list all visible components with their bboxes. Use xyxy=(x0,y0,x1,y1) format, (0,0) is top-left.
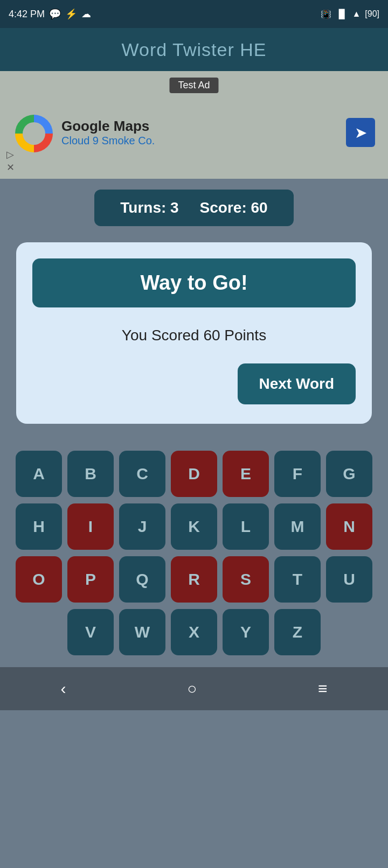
keyboard-row-1: HIJKLMN xyxy=(5,503,383,550)
score-label: Score: xyxy=(200,199,247,216)
google-logo xyxy=(15,115,53,152)
next-word-button[interactable]: Next Word xyxy=(238,363,356,404)
dialog-score-text: You Scored 60 Points xyxy=(32,327,356,344)
app-header: Word Twister HE xyxy=(0,28,388,71)
keyboard-row-2: OPQRSTU xyxy=(5,556,383,603)
key-w[interactable]: W xyxy=(119,609,165,655)
nav-bar: ‹ ○ ≡ xyxy=(0,667,388,710)
home-button[interactable]: ○ xyxy=(187,680,197,698)
key-i[interactable]: I xyxy=(67,503,114,550)
key-t[interactable]: T xyxy=(274,556,321,603)
ad-play-icon[interactable]: ▷ xyxy=(6,149,15,160)
score-value: 60 xyxy=(251,199,268,216)
key-r[interactable]: R xyxy=(171,556,217,603)
turns-label: Turns: xyxy=(120,199,166,216)
key-d[interactable]: D xyxy=(171,451,217,497)
key-o[interactable]: O xyxy=(16,556,62,603)
key-f[interactable]: F xyxy=(274,451,321,497)
ad-close-icon[interactable]: ✕ xyxy=(6,162,15,173)
score-bar: Turns: 3 Score: 60 xyxy=(0,179,388,237)
ad-left-controls: ▷ ✕ xyxy=(6,149,15,173)
key-a[interactable]: A xyxy=(16,451,62,497)
dialog-box: Way to Go! You Scored 60 Points Next Wor… xyxy=(16,242,372,424)
whatsapp-icon: 💬 xyxy=(49,8,61,20)
dialog-header: Way to Go! xyxy=(32,258,356,307)
ad-label: Test Ad xyxy=(169,78,218,93)
key-y[interactable]: Y xyxy=(223,609,269,655)
keyboard-area: ABCDEFGHIJKLMNOPQRSTUVWXYZ xyxy=(0,440,388,667)
ad-brand: Google Maps xyxy=(61,118,346,135)
dialog-footer: Next Word xyxy=(32,363,356,404)
key-g[interactable]: G xyxy=(326,451,372,497)
turns-value: 3 xyxy=(170,199,179,216)
status-left: 4:42 PM 💬 ⚡ ☁ xyxy=(9,8,91,20)
signal-icon: ▐▌ xyxy=(336,9,348,19)
key-b[interactable]: B xyxy=(67,451,114,497)
key-e[interactable]: E xyxy=(223,451,269,497)
ad-banner: Test Ad Google Maps Cloud 9 Smoke Co. ➤ … xyxy=(0,71,388,179)
key-j[interactable]: J xyxy=(119,503,165,550)
way-to-go-text: Way to Go! xyxy=(140,271,247,294)
battery-display: [90] xyxy=(365,9,379,19)
score-pill: Turns: 3 Score: 60 xyxy=(94,190,293,226)
status-bar: 4:42 PM 💬 ⚡ ☁ 📳 ▐▌ ▲ [90] xyxy=(0,0,388,28)
keyboard-row-0: ABCDEFG xyxy=(5,451,383,497)
key-n[interactable]: N xyxy=(326,503,372,550)
key-s[interactable]: S xyxy=(223,556,269,603)
key-m[interactable]: M xyxy=(274,503,321,550)
key-p[interactable]: P xyxy=(67,556,114,603)
key-q[interactable]: Q xyxy=(119,556,165,603)
key-k[interactable]: K xyxy=(171,503,217,550)
usb-icon: ⚡ xyxy=(65,8,77,20)
time-display: 4:42 PM xyxy=(9,9,45,20)
key-h[interactable]: H xyxy=(16,503,62,550)
key-z[interactable]: Z xyxy=(274,609,321,655)
back-button[interactable]: ‹ xyxy=(60,680,66,698)
key-x[interactable]: X xyxy=(171,609,217,655)
status-right: 📳 ▐▌ ▲ [90] xyxy=(321,9,379,19)
key-u[interactable]: U xyxy=(326,556,372,603)
keyboard-row-3: VWXYZ xyxy=(5,609,383,655)
wifi-icon: ▲ xyxy=(352,9,361,19)
vibrate-icon: 📳 xyxy=(321,9,331,19)
cloud-icon: ☁ xyxy=(81,8,91,20)
key-l[interactable]: L xyxy=(223,503,269,550)
ad-text: Google Maps Cloud 9 Smoke Co. xyxy=(61,118,346,147)
app-title: Word Twister HE xyxy=(122,39,267,60)
key-c[interactable]: C xyxy=(119,451,165,497)
menu-button[interactable]: ≡ xyxy=(318,680,328,698)
ad-subtitle: Cloud 9 Smoke Co. xyxy=(61,135,346,147)
key-v[interactable]: V xyxy=(67,609,114,655)
dialog-overlay: Way to Go! You Scored 60 Points Next Wor… xyxy=(0,237,388,440)
ad-directions-icon[interactable]: ➤ xyxy=(346,118,375,147)
